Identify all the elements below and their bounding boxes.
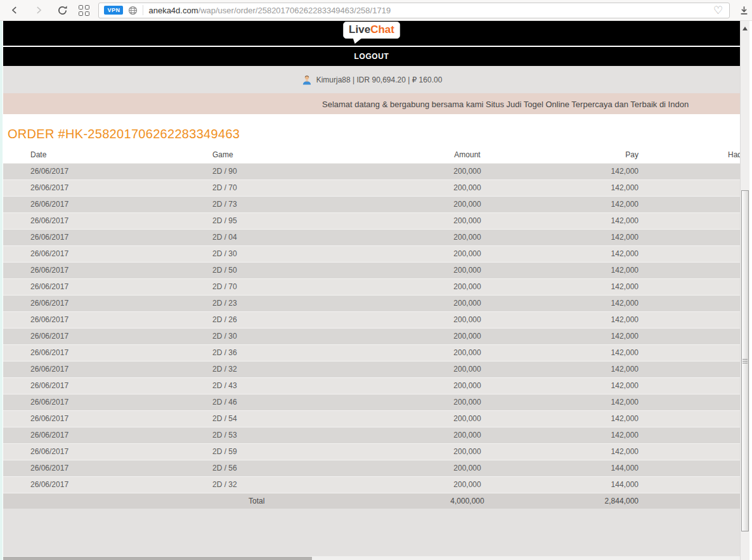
cell-date: 26/06/2017 [3,394,185,410]
col-header-hadiah: Hadiah [642,147,740,163]
cell-amount: 200,000 [375,229,559,245]
cell-pay: 142,000 [559,410,642,427]
cell-date: 26/06/2017 [3,196,185,212]
url-text: aneka4d.com/wap/user/order/2582017062622… [148,6,711,15]
table-row: 26/06/20172D / 04200,000142,000 [3,229,740,245]
livechat-button[interactable]: LiveChat [343,22,400,48]
vertical-scrollbar[interactable] [740,21,749,560]
cell-game: 2D / 54 [185,410,375,427]
col-header-pay: Pay [559,147,642,163]
cell-hadiah [642,344,740,361]
cell-amount: 200,000 [375,212,559,229]
table-row: 26/06/20172D / 30200,000142,000 [3,245,740,262]
cell-hadiah [642,179,740,196]
tiles-icon [79,5,89,16]
cell-hadiah [642,394,740,410]
cell-date: 26/06/2017 [3,476,185,493]
downloads-button[interactable] [736,2,752,18]
cell-hadiah [642,377,740,394]
browser-toolbar: VPN aneka4d.com/wap/user/order/258201706… [0,0,752,21]
cell-pay: 142,000 [559,245,642,262]
table-row: 26/06/20172D / 56200,000144,000 [3,460,740,476]
cell-date: 26/06/2017 [3,295,185,311]
cell-game: 2D / 36 [185,344,375,361]
cell-pay: 142,000 [559,212,642,229]
logout-button[interactable]: LOGOUT [3,47,740,66]
user-info-text: Kimurja88 | IDR 90,694.20 | ₽ 160.00 [316,75,443,84]
cell-pay: 144,000 [559,476,642,493]
user-avatar-icon [301,74,313,86]
col-header-game: Game [185,147,375,163]
total-row: Total 4,000,000 2,844,000 [3,493,740,509]
cell-amount: 200,000 [375,443,559,460]
cell-amount: 200,000 [375,476,559,493]
cell-game: 2D / 26 [185,311,375,328]
cell-amount: 200,000 [375,377,559,394]
cell-game: 2D / 32 [185,361,375,377]
table-row: 26/06/20172D / 70200,000142,000 [3,179,740,196]
cell-pay: 142,000 [559,295,642,311]
cell-pay: 142,000 [559,229,642,245]
cell-amount: 200,000 [375,262,559,278]
cell-game: 2D / 95 [185,212,375,229]
cell-game: 2D / 50 [185,262,375,278]
livechat-live-text: Live [349,23,370,36]
window-edge-artifact-lower [0,21,3,560]
cell-pay: 142,000 [559,361,642,377]
cell-amount: 200,000 [375,427,559,443]
cell-pay: 142,000 [559,394,642,410]
cell-date: 26/06/2017 [3,427,185,443]
cell-amount: 200,000 [375,344,559,361]
forward-button[interactable] [30,2,47,18]
cell-date: 26/06/2017 [3,344,185,361]
reload-icon [57,5,68,16]
welcome-marquee-bar: Selamat datang & bergabung bersama kami … [3,93,740,114]
table-row: 26/06/20172D / 95200,000142,000 [3,212,740,229]
cell-amount: 200,000 [375,179,559,196]
livechat-bubble-tail [349,38,362,48]
browser-window: VPN aneka4d.com/wap/user/order/258201706… [0,0,752,560]
reload-button[interactable] [55,2,71,18]
table-row: 26/06/20172D / 36200,000142,000 [3,344,740,361]
table-row: 26/06/20172D / 32200,000144,000 [3,476,740,493]
cell-amount: 200,000 [375,295,559,311]
user-info-bar: Kimurja88 | IDR 90,694.20 | ₽ 160.00 [3,66,740,93]
scrollbar-up-arrow[interactable] [742,24,748,30]
cell-date: 26/06/2017 [3,278,185,295]
cell-amount: 200,000 [375,410,559,427]
cell-hadiah [642,163,740,179]
cell-game: 2D / 04 [185,229,375,245]
favorite-heart-icon[interactable]: ♡ [712,5,724,16]
cell-game: 2D / 23 [185,295,375,311]
table-row: 26/06/20172D / 32200,000142,000 [3,361,740,377]
tiles-button[interactable] [76,2,93,18]
table-row: 26/06/20172D / 46200,000142,000 [3,394,740,410]
page-footer-area [3,509,740,556]
cell-amount: 200,000 [375,361,559,377]
back-button[interactable] [6,2,23,18]
address-bar[interactable]: VPN aneka4d.com/wap/user/order/258201706… [98,3,730,18]
cell-hadiah [642,262,740,278]
cell-hadiah [642,212,740,229]
cell-date: 26/06/2017 [3,163,185,179]
cell-date: 26/06/2017 [3,229,185,245]
globe-icon [128,6,138,15]
horizontal-scrollbar-thumb[interactable] [3,557,312,560]
cell-game: 2D / 30 [185,328,375,344]
cell-hadiah [642,427,740,443]
cell-amount: 200,000 [375,196,559,212]
url-divider [143,5,143,15]
total-amount: 4,000,000 [375,493,559,509]
cell-pay: 142,000 [559,163,642,179]
col-header-date: Date [3,147,185,163]
cell-pay: 142,000 [559,179,642,196]
order-table: Date Game Amount Pay Hadiah 26/06/20172D… [3,147,740,509]
cell-game: 2D / 43 [185,377,375,394]
vertical-scrollbar-thumb[interactable] [741,190,749,531]
table-row: 26/06/20172D / 90200,000142,000 [3,163,740,179]
table-row: 26/06/20172D / 70200,000142,000 [3,278,740,295]
vpn-badge[interactable]: VPN [104,6,123,15]
livechat-logo: LiveChat [343,22,400,39]
top-black-bar: LiveChat [3,21,740,46]
cell-date: 26/06/2017 [3,179,185,196]
